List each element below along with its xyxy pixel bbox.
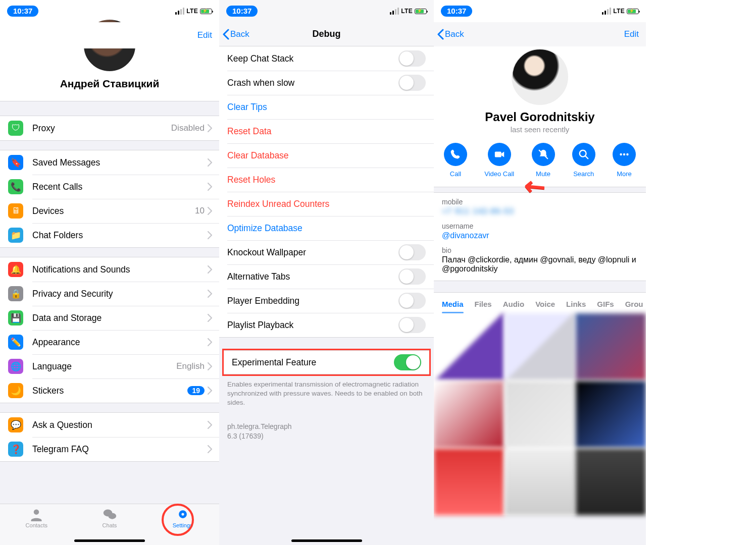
media-thumbnail[interactable] <box>576 449 646 515</box>
media-thumbnail[interactable] <box>505 381 575 448</box>
edit-button[interactable]: Edit <box>197 22 212 48</box>
toggle-switch[interactable] <box>394 354 421 370</box>
row-icon: 📞 <box>8 179 23 194</box>
svg-point-7 <box>620 153 622 155</box>
settings-row[interactable]: ❓Telegram FAQ <box>0 437 219 461</box>
debug-row[interactable]: Reset Data <box>219 119 434 143</box>
tab-label: Contacts <box>26 522 47 528</box>
app-version: 6.3 (17639) <box>227 431 426 441</box>
row-icon: 🌐 <box>8 359 23 374</box>
battery-icon: ⚡ <box>415 9 427 14</box>
svg-point-8 <box>623 153 625 155</box>
toggle-switch[interactable] <box>398 268 426 285</box>
media-tab-grou[interactable]: Grou <box>625 300 643 308</box>
action-video-call[interactable]: Video Call <box>484 143 514 178</box>
debug-row[interactable]: Player Embedding <box>219 289 434 313</box>
toggle-switch[interactable] <box>398 317 426 333</box>
toggle-switch[interactable] <box>398 244 426 260</box>
tab-label: Chats <box>103 522 117 528</box>
row-icon: 💾 <box>8 310 23 325</box>
media-tab-files[interactable]: Files <box>475 300 492 308</box>
debug-row[interactable]: Reset Holes <box>219 168 434 192</box>
action-search[interactable]: Search <box>572 143 595 178</box>
row-badge: 19 <box>187 386 205 395</box>
tab-contacts[interactable]: Contacts <box>16 507 57 528</box>
row-label: Chat Folders <box>32 230 208 241</box>
home-indicator[interactable] <box>74 539 145 542</box>
back-button[interactable]: Back <box>222 22 249 46</box>
signal-bars-icon <box>390 8 399 15</box>
svg-point-4 <box>181 513 184 515</box>
settings-row[interactable]: 🔖Saved Messages <box>0 150 219 175</box>
settings-row[interactable]: 🖥Devices10 <box>0 199 219 223</box>
settings-row[interactable]: ✏️Appearance <box>0 330 219 354</box>
row-label: Privacy and Security <box>32 289 208 299</box>
media-thumbnail[interactable] <box>576 313 646 380</box>
media-tab-audio[interactable]: Audio <box>503 300 525 308</box>
field-label: bio <box>442 246 638 254</box>
debug-row[interactable]: Keep Chat Stack <box>219 46 434 71</box>
more-icon <box>613 143 636 166</box>
back-button[interactable]: Back <box>437 22 464 46</box>
media-thumbnail[interactable] <box>434 449 504 515</box>
network-label: LTE <box>186 8 198 15</box>
toggle-switch[interactable] <box>398 75 426 91</box>
media-tab-voice[interactable]: Voice <box>535 300 555 308</box>
toggle-switch[interactable] <box>398 293 426 309</box>
mobile-value[interactable]: +7 911 142-86-53 <box>442 207 638 216</box>
settings-row[interactable]: 🌙Stickers19 <box>0 378 219 403</box>
profile-name: Андрей Ставицкий <box>0 78 219 90</box>
contact-status: last seen recently <box>434 125 646 134</box>
screen-settings: 10:37 LTE ⚡ Edit Андрей Ставицкий 🛡Proxy… <box>0 0 219 545</box>
search-icon <box>572 143 595 166</box>
media-tab-media[interactable]: Media <box>442 300 464 308</box>
tab-chats[interactable]: Chats <box>89 507 130 528</box>
experimental-footer-text: Enables experimental transmission of ele… <box>219 376 434 408</box>
media-thumbnail[interactable] <box>505 313 575 380</box>
action-call[interactable]: Call <box>444 143 467 178</box>
debug-row[interactable]: Clear Database <box>219 143 434 168</box>
row-label: Clear Database <box>227 150 426 161</box>
media-tab-links[interactable]: Links <box>566 300 586 308</box>
media-thumbnail[interactable] <box>434 313 504 380</box>
debug-row[interactable]: Optimize Database <box>219 216 434 240</box>
settings-row[interactable]: 🔔Notifications and Sounds <box>0 257 219 282</box>
media-thumbnail[interactable] <box>434 381 504 448</box>
row-label: Appearance <box>32 337 208 348</box>
row-icon: 🔔 <box>8 262 23 277</box>
status-time: 10:37 <box>441 6 472 17</box>
debug-row[interactable]: Playlist Playback <box>219 313 434 337</box>
debug-row[interactable]: Clear Tips <box>219 95 434 119</box>
action-label: Call <box>450 170 461 178</box>
svg-point-2 <box>108 513 116 519</box>
edit-button[interactable]: Edit <box>624 22 639 46</box>
toggle-switch[interactable] <box>398 50 426 67</box>
tab-settings[interactable]: Settings <box>163 507 203 528</box>
settings-row[interactable]: 💬Ask a Question <box>0 413 219 437</box>
row-label: Experimental Feature <box>232 357 394 368</box>
settings-row[interactable]: 💾Data and Storage <box>0 306 219 330</box>
row-label: Knockout Wallpaper <box>227 247 398 258</box>
video-call-icon <box>488 143 511 166</box>
media-thumbnail[interactable] <box>576 381 646 448</box>
settings-row[interactable]: 🔒Privacy and Security <box>0 282 219 306</box>
svg-point-9 <box>626 153 628 155</box>
settings-row[interactable]: 🛡ProxyDisabled <box>0 116 219 140</box>
action-more[interactable]: More <box>613 143 636 178</box>
debug-row[interactable]: Knockout Wallpaper <box>219 240 434 264</box>
experimental-feature-row[interactable]: Experimental Feature <box>224 350 429 374</box>
tab-bar: Contacts Chats Settings <box>0 504 219 545</box>
svg-rect-5 <box>495 152 501 157</box>
settings-row[interactable]: 🌐LanguageEnglish <box>0 354 219 378</box>
media-thumbnail[interactable] <box>505 449 575 515</box>
settings-row[interactable]: 📁Chat Folders <box>0 223 219 247</box>
debug-row[interactable]: Crash when slow <box>219 71 434 95</box>
home-indicator[interactable] <box>291 539 362 542</box>
debug-row[interactable]: Alternative Tabs <box>219 264 434 289</box>
debug-row[interactable]: Reindex Unread Counters <box>219 192 434 216</box>
settings-row[interactable]: 📞Recent Calls <box>0 175 219 199</box>
username-value[interactable]: @divanozavr <box>442 231 638 240</box>
avatar[interactable] <box>512 48 568 105</box>
row-icon: 💬 <box>8 417 23 432</box>
media-tab-gifs[interactable]: GIFs <box>597 300 614 308</box>
